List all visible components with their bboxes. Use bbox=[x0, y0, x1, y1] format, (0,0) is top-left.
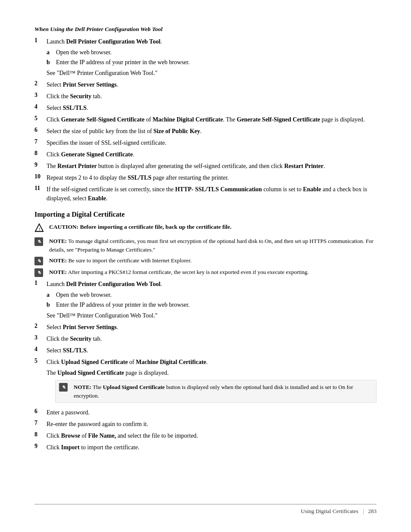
s2-step-2-content: Select Print Server Settings. bbox=[47, 323, 377, 332]
caution-icon: ! bbox=[34, 223, 46, 234]
s2-step-1a-text: Open the web browser. bbox=[56, 290, 377, 299]
s2-step-9-text: Click Import to import the certificate. bbox=[47, 444, 139, 451]
step-4-content: Select SSL/TLS. bbox=[47, 103, 377, 112]
s2-step-4-text: Select SSL/TLS. bbox=[47, 347, 88, 354]
step-11-num: 11 bbox=[34, 185, 47, 192]
step-3-text: Click the Security tab. bbox=[47, 93, 102, 100]
s2-step-1b: b Enter the IP address of your printer i… bbox=[47, 300, 377, 309]
note-2-box: ✎ NOTE: Be sure to import the certificat… bbox=[34, 256, 377, 265]
s2-step-5-text: Click Upload Signed Certificate of Machi… bbox=[47, 359, 208, 365]
step-5: 5 Click Generate Self-Signed Certificate… bbox=[34, 115, 377, 124]
caution-triangle-icon: ! bbox=[34, 223, 44, 233]
s2-step-5: 5 Click Upload Signed Certificate of Mac… bbox=[34, 358, 377, 405]
step-6-text: Select the size of public key from the l… bbox=[47, 128, 202, 134]
step-10: 10 Repeat steps 2 to 4 to display the SS… bbox=[34, 173, 377, 182]
s2-step-6-num: 6 bbox=[34, 408, 47, 415]
step-1-content: Launch Dell Printer Configuration Web To… bbox=[47, 37, 377, 78]
s2-step-1b-letter: b bbox=[47, 300, 56, 309]
note-1-box: ✎ NOTE: To manage digital certificates, … bbox=[34, 237, 377, 254]
step-1a: a Open the web browser. bbox=[47, 48, 377, 57]
step-1-text: Launch Dell Printer Configuration Web To… bbox=[47, 38, 162, 45]
step-8: 8 Click Generate Signed Certificate. bbox=[34, 150, 377, 159]
step-11-text: If the self-signed certificate is set co… bbox=[47, 186, 367, 202]
footer: Using Digital Certificates | 283 bbox=[34, 508, 377, 515]
step-6: 6 Select the size of public key from the… bbox=[34, 127, 377, 136]
step-1b-text: Enter the IP address of your printer in … bbox=[56, 58, 377, 67]
step-5-num: 5 bbox=[34, 115, 47, 122]
s2-step-4: 4 Select SSL/TLS. bbox=[34, 346, 377, 355]
step-2-text: Select Print Server Settings. bbox=[47, 81, 118, 88]
s2-step-5-subtext: The Upload Signed Certificate page is di… bbox=[47, 368, 377, 377]
step-6-content: Select the size of public key from the l… bbox=[47, 127, 377, 136]
s2-step-8-num: 8 bbox=[34, 431, 47, 438]
step-5-text: Click Generate Self-Signed Certificate o… bbox=[47, 116, 364, 123]
step-1-num: 1 bbox=[34, 37, 47, 44]
section1-steps-list: 1 Launch Dell Printer Configuration Web … bbox=[34, 37, 377, 203]
step-7-content: Specifies the issuer of SSL self-signed … bbox=[47, 138, 377, 147]
s2-step-1: 1 Launch Dell Printer Configuration Web … bbox=[34, 280, 377, 320]
s2-step-9-num: 9 bbox=[34, 443, 47, 450]
note-pencil-3-icon: ✎ bbox=[34, 268, 43, 277]
note-pencil-icon: ✎ bbox=[34, 237, 43, 246]
s2-step-8: 8 Click Browse of File Name, and select … bbox=[34, 431, 377, 440]
step-2-content: Select Print Server Settings. bbox=[47, 80, 377, 89]
step-2: 2 Select Print Server Settings. bbox=[34, 80, 377, 89]
step-2-num: 2 bbox=[34, 80, 47, 87]
step-9: 9 The Restart Printer button is displaye… bbox=[34, 162, 377, 171]
s2-step-1a-letter: a bbox=[47, 290, 56, 299]
section1-heading: When Using the Dell Printer Configuratio… bbox=[34, 26, 377, 33]
s2-step-1-see: See "Dell™ Printer Configuration Web Too… bbox=[47, 311, 377, 320]
step-9-num: 9 bbox=[34, 162, 47, 168]
step-1b: b Enter the IP address of your printer i… bbox=[47, 58, 377, 67]
inner-note-pencil-icon: ✎ bbox=[59, 383, 68, 392]
note-1-text: NOTE: To manage digital certificates, yo… bbox=[49, 237, 377, 254]
s2-step-7-num: 7 bbox=[34, 420, 47, 426]
step-7: 7 Specifies the issuer of SSL self-signe… bbox=[34, 138, 377, 147]
step-6-num: 6 bbox=[34, 127, 47, 134]
caution-box: ! CAUTION: Before importing a certificat… bbox=[34, 223, 377, 234]
s2-step-5-num: 5 bbox=[34, 358, 47, 364]
note-2-text: NOTE: Be sure to import the certificate … bbox=[49, 256, 377, 265]
step-1: 1 Launch Dell Printer Configuration Web … bbox=[34, 37, 377, 78]
s2-step-9: 9 Click Import to import the certificate… bbox=[34, 443, 377, 452]
s2-step-4-num: 4 bbox=[34, 346, 47, 353]
step-1a-letter: a bbox=[47, 48, 56, 57]
s2-step-9-content: Click Import to import the certificate. bbox=[47, 443, 377, 452]
note-3-box: ✎ NOTE: After importing a PKCS#12 format… bbox=[34, 268, 377, 277]
section2-title: Importing a Digital Certificate bbox=[34, 211, 377, 218]
step-5-content: Click Generate Self-Signed Certificate o… bbox=[47, 115, 377, 124]
section2-steps-list: 1 Launch Dell Printer Configuration Web … bbox=[34, 280, 377, 452]
step-4-num: 4 bbox=[34, 103, 47, 110]
s2-step-2-num: 2 bbox=[34, 323, 47, 330]
s2-step-2: 2 Select Print Server Settings. bbox=[34, 323, 377, 332]
inner-note-icon: ✎ bbox=[59, 383, 70, 392]
step-10-content: Repeat steps 2 to 4 to display the SSL/T… bbox=[47, 173, 377, 182]
s2-step-2-text: Select Print Server Settings. bbox=[47, 324, 118, 330]
step-3-num: 3 bbox=[34, 92, 47, 99]
s2-step-7-content: Re-enter the password again to confirm i… bbox=[47, 420, 377, 429]
s2-step-5-content: Click Upload Signed Certificate of Machi… bbox=[47, 358, 377, 405]
step-3: 3 Click the Security tab. bbox=[34, 92, 377, 101]
step-3-content: Click the Security tab. bbox=[47, 92, 377, 101]
step-10-num: 10 bbox=[34, 173, 47, 180]
step-9-content: The Restart Printer button is displayed … bbox=[47, 162, 377, 171]
step-8-text: Click Generate Signed Certificate. bbox=[47, 151, 134, 158]
svg-text:!: ! bbox=[39, 227, 40, 231]
s2-step-1-num: 1 bbox=[34, 280, 47, 286]
s2-step-1a: a Open the web browser. bbox=[47, 290, 377, 299]
s2-step-5-inner-note: ✎ NOTE: The Upload Signed Certificate bu… bbox=[55, 380, 377, 403]
step-8-num: 8 bbox=[34, 150, 47, 157]
s2-step-7-text: Re-enter the password again to confirm i… bbox=[47, 421, 148, 427]
s2-step-1-substeps: a Open the web browser. b Enter the IP a… bbox=[47, 290, 377, 309]
step-10-text: Repeat steps 2 to 4 to display the SSL/T… bbox=[47, 174, 229, 181]
step-11-content: If the self-signed certificate is set co… bbox=[47, 185, 377, 203]
s2-step-6-content: Enter a password. bbox=[47, 408, 377, 417]
footer-label: Using Digital Certificates bbox=[301, 508, 358, 515]
footer-area: Using Digital Certificates | 283 bbox=[0, 504, 411, 515]
s2-step-3-content: Click the Security tab. bbox=[47, 334, 377, 343]
s2-step-1-content: Launch Dell Printer Configuration Web To… bbox=[47, 280, 377, 320]
s2-step-6-text: Enter a password. bbox=[47, 409, 90, 416]
inner-note-text: NOTE: The Upload Signed Certificate butt… bbox=[74, 383, 373, 400]
note-3-icon: ✎ bbox=[34, 268, 46, 277]
note-3-text: NOTE: After importing a PKCS#12 format c… bbox=[49, 268, 377, 277]
